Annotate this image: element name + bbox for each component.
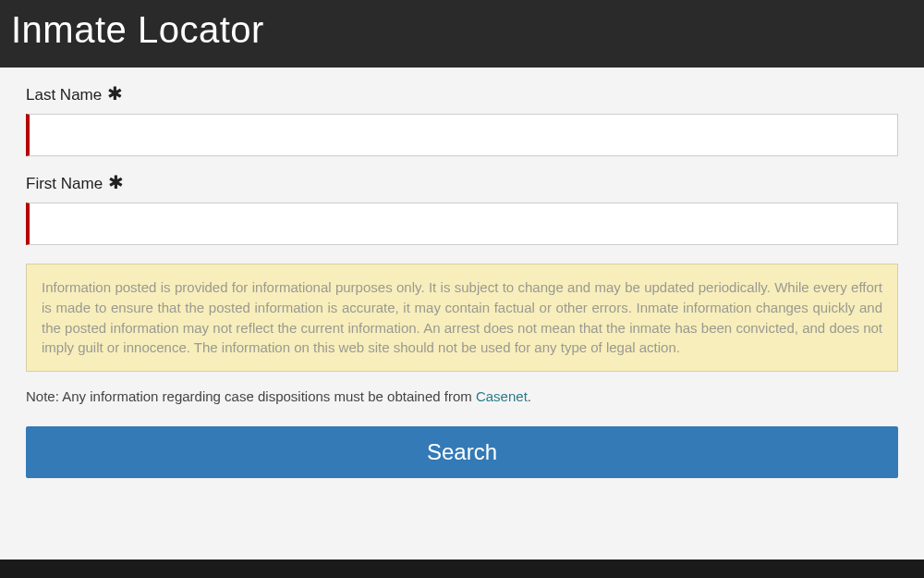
first-name-label-text: First Name bbox=[26, 175, 103, 193]
page-header: Inmate Locator bbox=[0, 0, 924, 68]
page-footer bbox=[0, 560, 924, 578]
required-asterisk-icon: ✱ bbox=[108, 173, 124, 191]
disclaimer-box: Information posted is provided for infor… bbox=[26, 264, 898, 372]
last-name-label-text: Last Name bbox=[26, 86, 102, 105]
note-suffix: . bbox=[528, 388, 531, 404]
disclaimer-text: Information posted is provided for infor… bbox=[42, 277, 882, 358]
note-prefix: Note: Any information regarding case dis… bbox=[26, 388, 476, 404]
search-button[interactable]: Search bbox=[26, 426, 898, 478]
required-asterisk-icon: ✱ bbox=[107, 84, 123, 103]
page-title: Inmate Locator bbox=[11, 9, 913, 51]
last-name-group: Last Name ✱ bbox=[26, 86, 898, 156]
main-content: Last Name ✱ First Name ✱ Information pos… bbox=[0, 68, 924, 497]
first-name-group: First Name ✱ bbox=[26, 175, 898, 245]
note-line: Note: Any information regarding case dis… bbox=[26, 388, 898, 404]
first-name-label: First Name ✱ bbox=[26, 175, 124, 193]
last-name-label: Last Name ✱ bbox=[26, 86, 123, 105]
last-name-input[interactable] bbox=[26, 114, 898, 156]
first-name-input[interactable] bbox=[26, 203, 898, 245]
casenet-link[interactable]: Casenet bbox=[476, 388, 528, 404]
